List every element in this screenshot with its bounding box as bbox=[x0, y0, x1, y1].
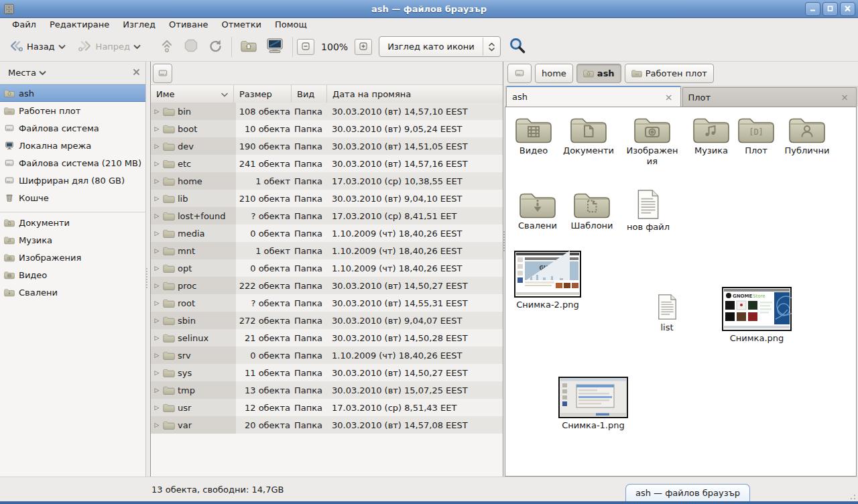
menu-item[interactable]: Файл bbox=[5, 18, 43, 32]
reload-button[interactable] bbox=[203, 35, 227, 58]
maximize-button[interactable] bbox=[822, 2, 838, 16]
column-header-size[interactable]: Размер bbox=[234, 85, 292, 103]
expander-icon[interactable]: ▷ bbox=[154, 422, 160, 428]
expander-icon[interactable]: ▷ bbox=[154, 178, 160, 184]
expander-icon[interactable]: ▷ bbox=[154, 160, 160, 167]
file-icon-item[interactable]: Свалени bbox=[515, 189, 560, 231]
expander-icon[interactable]: ▷ bbox=[154, 143, 160, 149]
back-button[interactable]: Назад bbox=[4, 36, 70, 58]
path-button[interactable]: ash bbox=[576, 64, 621, 83]
menu-item[interactable]: Отметки bbox=[214, 18, 267, 32]
sidebar-splitter[interactable] bbox=[144, 265, 149, 292]
tab[interactable]: Плот × bbox=[682, 87, 857, 107]
up-button[interactable] bbox=[155, 35, 179, 58]
home-button[interactable] bbox=[236, 36, 261, 58]
file-icon-item[interactable]: list bbox=[648, 294, 686, 333]
file-icon-item[interactable]: [D] Плот bbox=[736, 114, 776, 156]
sidebar-item[interactable]: Шифриран дял (80 GB) bbox=[0, 172, 145, 189]
sidebar-item[interactable]: Свалени bbox=[0, 284, 145, 301]
menu-item[interactable]: Редактиране bbox=[43, 18, 116, 32]
tab-close-icon[interactable]: × bbox=[839, 92, 851, 103]
file-icon-item[interactable]: Публични bbox=[780, 114, 834, 156]
table-row[interactable]: ▷ dev 190 обекта Папка 30.03.2010 (вт) 1… bbox=[151, 137, 503, 155]
table-row[interactable]: ▷ media 0 обекта Папка 1.10.2009 (чт) 18… bbox=[151, 225, 503, 242]
file-icon-item[interactable]: GUADEC Снимка-2.png bbox=[513, 251, 582, 310]
column-header-modified[interactable]: Дата на промяна bbox=[327, 85, 503, 103]
expander-icon[interactable]: ▷ bbox=[154, 247, 160, 254]
expander-icon[interactable]: ▷ bbox=[154, 282, 160, 289]
sidebar-item[interactable]: Изображения bbox=[0, 249, 145, 266]
table-row[interactable]: ▷ sys 11 обекта Папка 30.03.2010 (вт) 14… bbox=[151, 364, 503, 381]
zoom-in-button[interactable] bbox=[355, 39, 372, 55]
file-icon-item[interactable]: Шаблони bbox=[567, 189, 617, 231]
titlebar[interactable]: ash — файлов браузър bbox=[0, 0, 858, 18]
table-row[interactable]: ▷ home 1 обект Папка 17.03.2010 (ср) 10,… bbox=[151, 172, 503, 190]
table-row[interactable]: ▷ lost+found ? обекта Папка 17.03.2010 (… bbox=[151, 207, 503, 225]
table-row[interactable]: ▷ tmp 13 обекта Папка 30.03.2010 (вт) 15… bbox=[151, 381, 503, 399]
close-button[interactable] bbox=[840, 2, 855, 16]
computer-button[interactable] bbox=[261, 34, 288, 59]
table-row[interactable]: ▷ boot 10 обекта Папка 30.03.2010 (вт) 9… bbox=[151, 120, 503, 137]
expander-icon[interactable]: ▷ bbox=[154, 125, 160, 132]
zoom-out-button[interactable] bbox=[297, 39, 314, 55]
expander-icon[interactable]: ▷ bbox=[154, 334, 160, 341]
forward-button[interactable]: Напред bbox=[73, 36, 145, 58]
file-icon-item[interactable]: Видео bbox=[512, 114, 555, 156]
table-row[interactable]: ▷ root ? обекта Папка 30.03.2010 (вт) 14… bbox=[151, 294, 503, 312]
sidebar-item[interactable]: [o] Работен плот bbox=[0, 102, 145, 119]
column-header-kind[interactable]: Вид bbox=[292, 85, 327, 103]
file-icon-item[interactable]: Музика bbox=[688, 114, 735, 156]
table-row[interactable]: ▷ usr 12 обекта Папка 17.03.2010 (ср) 8,… bbox=[151, 399, 503, 416]
file-icon-item[interactable]: Документи bbox=[558, 114, 619, 156]
file-icon-item[interactable]: нов файл bbox=[623, 189, 673, 233]
table-row[interactable]: ▷ proc 222 обекта Папка 30.03.2010 (вт) … bbox=[151, 277, 503, 294]
sidebar-item[interactable]: ash bbox=[0, 84, 145, 102]
search-button[interactable] bbox=[509, 37, 526, 56]
table-row[interactable]: ▷ mnt 1 обект Папка 1.10.2009 (чт) 18,40… bbox=[151, 242, 503, 259]
menu-item[interactable]: Помощ bbox=[268, 18, 314, 32]
table-row[interactable]: ▷ srv 0 обекта Папка 1.10.2009 (чт) 18,4… bbox=[151, 346, 503, 364]
table-row[interactable]: ▷ opt 0 обекта Папка 1.10.2009 (чт) 18,4… bbox=[151, 259, 503, 277]
path-button[interactable]: [o] Работен плот bbox=[625, 64, 714, 83]
file-icon-item[interactable]: Снимка-1.png bbox=[558, 377, 629, 431]
places-close-icon[interactable] bbox=[133, 68, 140, 78]
view-mode-combo[interactable]: Изглед като икони bbox=[379, 36, 501, 57]
tab-close-icon[interactable]: × bbox=[663, 92, 675, 103]
column-header-name[interactable]: Име bbox=[151, 85, 234, 103]
path-button[interactable]: home bbox=[535, 64, 573, 83]
sidebar-item[interactable]: Видео bbox=[0, 266, 145, 284]
file-icon-item[interactable]: Изображения bbox=[626, 114, 678, 167]
table-row[interactable]: ▷ sbin 272 обекта Папка 30.03.2010 (вт) … bbox=[151, 312, 503, 329]
table-row[interactable]: ▷ lib 210 обекта Папка 30.03.2010 (вт) 9… bbox=[151, 190, 503, 207]
expander-icon[interactable]: ▷ bbox=[154, 230, 160, 237]
menu-item[interactable]: Изглед bbox=[116, 18, 162, 32]
sidebar-item[interactable]: Локална мрежа bbox=[0, 137, 145, 154]
root-location-button[interactable] bbox=[153, 64, 172, 83]
combo-arrows-icon[interactable] bbox=[483, 42, 500, 52]
sidebar-item[interactable]: Файлова система bbox=[0, 119, 145, 137]
table-row[interactable]: ▷ selinux 21 обекта Папка 30.03.2010 (вт… bbox=[151, 329, 503, 346]
icon-view[interactable]: Видео Документи Изображения Музика [D] П… bbox=[505, 107, 857, 477]
table-row[interactable]: ▷ bin 108 обекта Папка 30.03.2010 (вт) 1… bbox=[151, 103, 503, 120]
menu-item[interactable]: Отиване bbox=[162, 18, 214, 32]
expander-icon[interactable]: ▷ bbox=[154, 387, 160, 393]
expander-icon[interactable]: ▷ bbox=[154, 317, 160, 324]
expander-icon[interactable]: ▷ bbox=[154, 300, 160, 306]
minimize-button[interactable] bbox=[805, 2, 820, 16]
sidebar-item[interactable]: Документи bbox=[0, 214, 145, 231]
back-dropdown-icon[interactable] bbox=[58, 42, 66, 52]
sidebar-item[interactable]: Музика bbox=[0, 231, 145, 249]
tab[interactable]: ash × bbox=[506, 86, 681, 107]
sidebar-item[interactable]: Файлова система (210 MB) bbox=[0, 154, 145, 172]
sidebar-item[interactable] bbox=[0, 206, 145, 212]
places-selector[interactable]: Места bbox=[5, 66, 49, 79]
expander-icon[interactable]: ▷ bbox=[154, 369, 160, 376]
expander-icon[interactable]: ▷ bbox=[154, 265, 160, 271]
expander-icon[interactable]: ▷ bbox=[154, 195, 160, 202]
expander-icon[interactable]: ▷ bbox=[154, 212, 160, 219]
table-row[interactable]: ▷ etc 241 обекта Папка 30.03.2010 (вт) 1… bbox=[151, 155, 503, 172]
sidebar-item[interactable]: Кошче bbox=[0, 189, 145, 206]
taskbar-window-button[interactable]: ash — файлов браузър bbox=[625, 484, 750, 501]
stop-button[interactable] bbox=[179, 35, 203, 58]
expander-icon[interactable]: ▷ bbox=[154, 404, 160, 411]
